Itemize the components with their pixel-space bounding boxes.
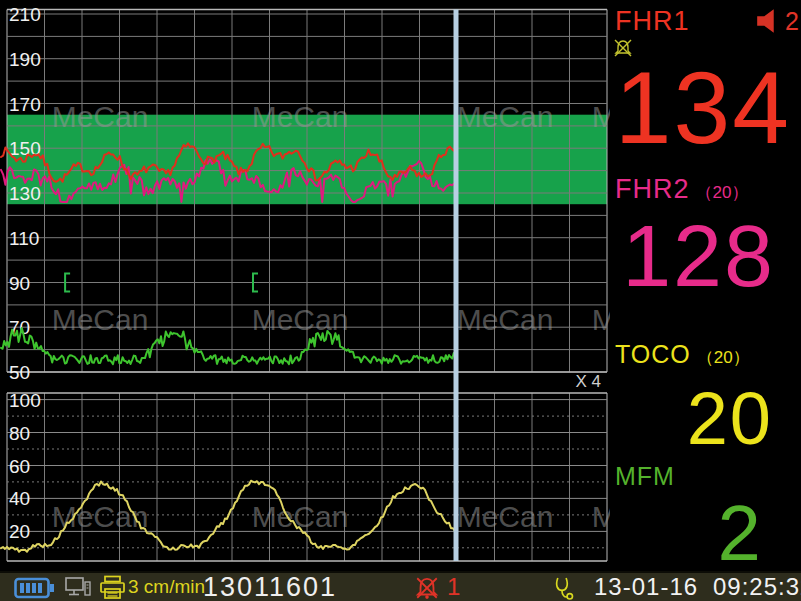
toco-axis-tick: 40 — [9, 488, 30, 509]
fhr-axis-tick: 110 — [9, 228, 39, 249]
fhr2-section[interactable]: FHR2 （20） — [615, 174, 748, 205]
watermark: MeCan — [52, 303, 149, 336]
stethoscope-icon — [551, 576, 575, 601]
toco-qualifier: （20） — [697, 346, 750, 369]
network-monitor-icon — [64, 576, 92, 601]
toco-label: TOCO — [615, 340, 691, 369]
toco-axis-tick: 20 — [9, 521, 30, 542]
alarm-volume-level: 2 — [785, 9, 799, 34]
watermark: MeCan — [457, 500, 554, 533]
alarm-volume[interactable]: 2 — [755, 8, 799, 34]
watermark: MeCan — [457, 303, 554, 336]
fhr2-label: FHR2 — [615, 174, 690, 205]
print-speed: 3 cm/min — [128, 573, 205, 601]
mfm-value[interactable]: 2 — [718, 494, 763, 572]
fhr-axis-tick: 90 — [9, 273, 30, 294]
status-date: 13-01-16 — [594, 573, 698, 601]
battery-icon — [14, 577, 56, 599]
mfm-section[interactable]: MFM — [615, 462, 675, 491]
fhr-axis-tick: 50 — [9, 362, 30, 383]
time-cursor[interactable] — [454, 10, 459, 562]
fhr2-qualifier: （20） — [696, 181, 749, 204]
fhr1-section[interactable]: FHR1 — [615, 6, 690, 37]
watermark: MeCan — [592, 500, 610, 533]
trace-svg: MeCanMeCanMeCanMeCanMeCanMeCanMeCanMeCan… — [0, 0, 610, 565]
trace-area: MeCanMeCanMeCanMeCanMeCanMeCanMeCanMeCan… — [0, 0, 610, 565]
mfm-scale-label: X 4 — [575, 372, 601, 391]
toco-value[interactable]: 20 — [687, 382, 773, 456]
alarm-muted-icon[interactable] — [413, 575, 441, 601]
watermark: MeCan — [252, 303, 349, 336]
toco-section[interactable]: TOCO （20） — [615, 340, 750, 369]
numeric-panel: FHR1 2 134 FHR2 （20） 128 TOCO （20） 20 MF… — [610, 0, 801, 565]
watermark: MeCan — [592, 303, 610, 336]
printer-icon[interactable] — [99, 575, 126, 601]
watermark: MeCan — [457, 100, 554, 133]
mfm-label: MFM — [615, 462, 675, 491]
fhr-axis-tick: 170 — [9, 94, 41, 115]
toco-axis-tick: 60 — [9, 456, 30, 477]
fhr2-value[interactable]: 128 — [622, 212, 775, 300]
status-time: 09:25:32 — [713, 573, 801, 601]
fhr-axis-tick: 210 — [9, 4, 41, 25]
fhr1-label: FHR1 — [615, 6, 690, 37]
watermark: MeCan — [52, 100, 149, 133]
toco-axis-tick: 100 — [9, 390, 41, 411]
alarm-count: 1 — [447, 573, 460, 601]
watermark: MeCan — [252, 100, 349, 133]
fhr1-value[interactable]: 134 — [615, 57, 791, 159]
fhr-axis-tick: 130 — [9, 183, 41, 204]
status-bar: 3 cm/min 13011601 1 13-01-16 09:25:32 — [0, 571, 801, 601]
fhr-axis-tick: 190 — [9, 49, 41, 70]
monitor-screen: MeCanMeCanMeCanMeCanMeCanMeCanMeCanMeCan… — [0, 0, 801, 601]
patient-id[interactable]: 13011601 — [203, 573, 337, 601]
toco-axis-tick: 80 — [9, 423, 30, 444]
watermark: MeCan — [592, 100, 610, 133]
speaker-icon — [755, 8, 783, 34]
